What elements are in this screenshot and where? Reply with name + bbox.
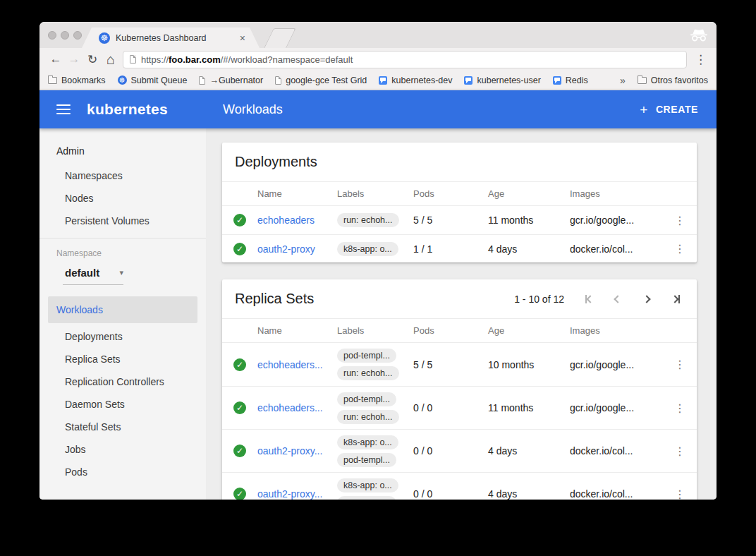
url-scheme: https://	[141, 54, 169, 65]
close-window-button[interactable]	[48, 31, 56, 40]
column-header-age: Age	[488, 325, 570, 336]
table-row[interactable]: ✓ echoheaders run: echoh... 5 / 5 11 mon…	[222, 206, 697, 234]
label-chip: pod-templ...	[337, 349, 396, 363]
pods-cell: 5 / 5	[413, 214, 488, 226]
sidebar-item-pods[interactable]: Pods	[39, 461, 206, 483]
namespace-label: Namespace	[56, 248, 206, 258]
first-page-icon[interactable]	[579, 291, 599, 308]
home-icon[interactable]: ⌂	[102, 52, 120, 68]
bookmark-gubernator[interactable]: →Gubernator	[199, 75, 263, 85]
row-menu-icon[interactable]: ⋮	[663, 488, 697, 500]
table-row[interactable]: ✓ echoheaders... pod-templ... run: echoh…	[222, 386, 697, 429]
page-icon	[199, 76, 205, 85]
folder-icon	[48, 77, 57, 84]
row-menu-icon[interactable]: ⋮	[663, 242, 697, 255]
sidebar-item-persistent-volumes[interactable]: Persistent Volumes	[39, 210, 206, 232]
sidebar-item-nodes[interactable]: Nodes	[39, 187, 206, 210]
sidebar-item-replication-controllers[interactable]: Replication Controllers	[39, 370, 206, 393]
table-row[interactable]: ✓ oauth2-proxy... k8s-app: o... pod-temp…	[222, 429, 697, 472]
table-row[interactable]: ✓ oauth2-proxy k8s-app: o... 1 / 1 4 day…	[222, 234, 697, 262]
pods-cell: 5 / 5	[413, 359, 488, 370]
next-page-icon[interactable]	[637, 291, 657, 308]
namespace-select[interactable]: default ▾	[63, 267, 123, 285]
sidebar-item-namespaces[interactable]: Namespaces	[39, 164, 206, 187]
chat-icon	[553, 76, 561, 85]
age-cell: 4 days	[488, 488, 570, 500]
back-icon[interactable]: ←	[47, 52, 65, 66]
bookmark-kubernetes-user[interactable]: kubernetes-user	[464, 75, 540, 85]
bookmarks-overflow-chevron[interactable]: »	[620, 75, 626, 86]
traffic-lights	[48, 31, 82, 40]
status-ok-icon: ✓	[233, 214, 246, 226]
pods-cell: 0 / 0	[413, 488, 488, 500]
replica-set-link[interactable]: oauth2-proxy...	[257, 445, 337, 457]
deployment-link[interactable]: echoheaders	[257, 214, 337, 226]
pagination-range: 1 - 10 of 12	[514, 294, 564, 305]
label-chip: pod-templ...	[337, 392, 396, 406]
age-cell: 11 months	[488, 214, 570, 226]
browser-window: ☸ Kubernetes Dashboard × ← → ↻ ⌂ https:/…	[39, 22, 717, 500]
table-row[interactable]: ✓ echoheaders... pod-templ... run: echoh…	[222, 343, 697, 386]
minimize-window-button[interactable]	[61, 31, 69, 40]
status-ok-icon: ✓	[233, 488, 246, 500]
table-row[interactable]: ✓ oauth2-proxy... k8s-app: o... pod-temp…	[222, 472, 697, 500]
age-cell: 11 months	[488, 402, 570, 413]
images-cell: gcr.io/google...	[570, 359, 663, 370]
status-ok-icon: ✓	[233, 445, 246, 457]
browser-tab[interactable]: ☸ Kubernetes Dashboard ×	[82, 28, 260, 48]
bookmark-kubernetes-dev[interactable]: kubernetes-dev	[379, 75, 452, 85]
bookmark-otros-favoritos-folder[interactable]: Otros favoritos	[638, 75, 708, 85]
age-cell: 4 days	[488, 445, 570, 457]
age-cell: 10 months	[488, 359, 570, 370]
status-ok-icon: ✓	[233, 358, 246, 371]
sidebar-item-daemon-sets[interactable]: Daemon Sets	[39, 393, 206, 416]
sidebar-item-deployments[interactable]: Deployments	[39, 325, 206, 348]
new-tab-button[interactable]	[264, 28, 296, 48]
row-menu-icon[interactable]: ⋮	[663, 401, 697, 415]
replica-set-link[interactable]: echoheaders...	[257, 359, 337, 370]
workloads-group: Deployments Replica Sets Replication Con…	[39, 325, 206, 483]
page-security-icon[interactable]	[130, 55, 136, 64]
deployments-card-title: Deployments	[222, 143, 697, 181]
images-cell: gcr.io/google...	[570, 402, 663, 413]
tab-title: Kubernetes Dashboard	[116, 33, 234, 43]
forward-icon[interactable]: →	[65, 52, 83, 66]
row-menu-icon[interactable]: ⋮	[663, 445, 697, 458]
pods-cell: 0 / 0	[413, 445, 488, 457]
sidebar-item-jobs[interactable]: Jobs	[39, 438, 206, 461]
sidebar-item-admin[interactable]: Admin	[39, 140, 206, 162]
admin-group: Namespaces Nodes Persistent Volumes	[39, 164, 206, 232]
hamburger-menu-icon[interactable]	[56, 104, 71, 114]
bookmark-submit-queue[interactable]: ☸Submit Queue	[118, 75, 188, 85]
row-menu-icon[interactable]: ⋮	[663, 358, 697, 371]
tab-close-icon[interactable]: ×	[240, 33, 245, 43]
reload-icon[interactable]: ↻	[83, 52, 102, 67]
namespace-value: default	[65, 267, 99, 279]
app-body: Admin Namespaces Nodes Persistent Volume…	[39, 128, 717, 500]
url-domain: foo.bar.com	[169, 54, 221, 65]
bookmark-redis[interactable]: Redis	[553, 75, 588, 85]
replica-set-link[interactable]: echoheaders...	[257, 402, 337, 413]
column-header-pods: Pods	[413, 325, 488, 336]
bookmark-google-gce-test-grid[interactable]: google-gce Test Grid	[275, 75, 367, 85]
replica-set-link[interactable]: oauth2-proxy...	[257, 488, 337, 500]
sidebar-item-workloads[interactable]: Workloads	[48, 296, 197, 323]
sidebar-item-stateful-sets[interactable]: Stateful Sets	[39, 416, 206, 438]
deployment-link[interactable]: oauth2-proxy	[257, 243, 337, 255]
images-cell: docker.io/col...	[570, 243, 663, 255]
bookmark-bookmarks-folder[interactable]: Bookmarks	[48, 75, 106, 85]
kubernetes-favicon-icon: ☸	[99, 32, 110, 44]
kubernetes-icon: ☸	[118, 75, 127, 85]
sidebar-item-replica-sets[interactable]: Replica Sets	[39, 348, 206, 370]
label-chip: run: echoh...	[337, 366, 399, 380]
previous-page-icon[interactable]	[608, 291, 628, 308]
label-chip: k8s-app: o...	[337, 435, 398, 449]
row-menu-icon[interactable]: ⋮	[663, 214, 697, 227]
label-chip: run: echoh...	[337, 410, 399, 424]
zoom-window-button[interactable]	[73, 31, 82, 40]
kubernetes-brand[interactable]: kubernetes	[87, 101, 168, 118]
last-page-icon[interactable]	[666, 291, 685, 308]
url-bar[interactable]: https://foo.bar.com/#/workload?namespace…	[123, 51, 687, 68]
create-button[interactable]: + CREATE	[640, 103, 698, 116]
browser-menu-icon[interactable]: ⋮	[693, 52, 709, 67]
